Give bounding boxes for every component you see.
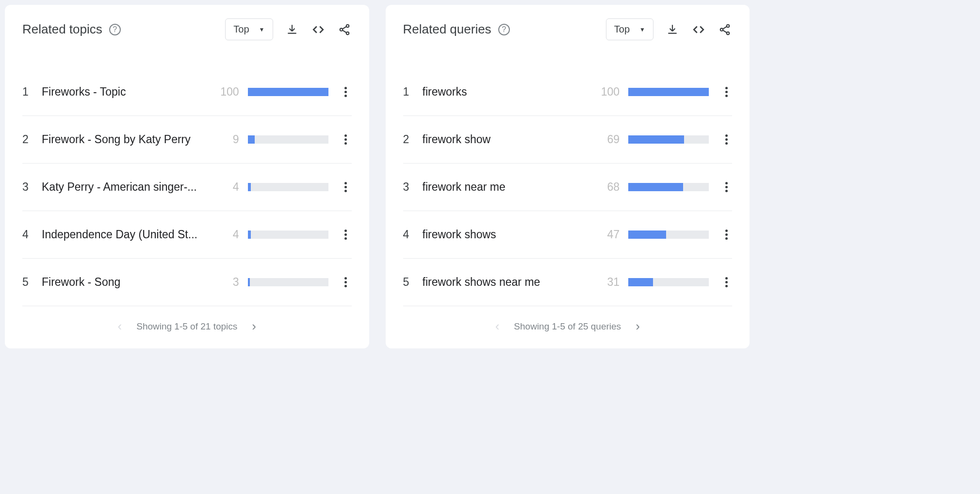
item-value: 4: [220, 228, 239, 241]
item-bar: [628, 183, 709, 191]
item-rank: 5: [22, 276, 33, 289]
download-icon[interactable]: [665, 22, 680, 37]
embed-icon[interactable]: [311, 22, 326, 37]
item-bar: [248, 278, 328, 286]
panel-header: Related topics ? Top ▼: [5, 5, 369, 49]
embed-icon[interactable]: [691, 22, 706, 37]
item-bar: [628, 88, 709, 96]
more-icon[interactable]: [340, 134, 352, 145]
item-rank: 2: [22, 133, 33, 146]
item-label: Firework - Song by Katy Perry: [42, 133, 211, 146]
item-value: 68: [600, 181, 620, 194]
panel-header: Related queries ? Top ▼: [386, 5, 750, 49]
related-topics-panel: Related topics ? Top ▼ 1 Fireworks - Top…: [5, 5, 369, 348]
item-rank: 2: [403, 133, 414, 146]
list-item[interactable]: 1 fireworks 100: [403, 68, 733, 116]
item-label: Fireworks - Topic: [42, 85, 211, 99]
pagination-text: Showing 1-5 of 21 topics: [136, 321, 237, 332]
dropdown-label: Top: [614, 24, 630, 35]
next-page-icon[interactable]: ›: [636, 319, 640, 334]
more-icon[interactable]: [720, 182, 732, 192]
more-icon[interactable]: [720, 87, 732, 97]
item-rank: 3: [403, 181, 414, 194]
item-label: firework shows near me: [423, 276, 592, 289]
help-icon[interactable]: ?: [109, 24, 121, 35]
item-bar: [628, 135, 709, 144]
list-item[interactable]: 5 firework shows near me 31: [403, 259, 733, 306]
item-rank: 1: [22, 85, 33, 99]
list-item[interactable]: 4 firework shows 47: [403, 211, 733, 259]
list-item[interactable]: 3 firework near me 68: [403, 164, 733, 211]
share-icon[interactable]: [337, 22, 352, 37]
pagination-text: Showing 1-5 of 25 queries: [514, 321, 621, 332]
prev-page-icon[interactable]: ‹: [118, 319, 122, 334]
related-queries-panel: Related queries ? Top ▼ 1 fireworks 100 …: [386, 5, 750, 348]
item-bar: [248, 183, 328, 191]
item-label: Katy Perry - American singer-...: [42, 181, 211, 194]
help-icon[interactable]: ?: [498, 24, 510, 35]
item-value: 69: [600, 133, 620, 146]
more-icon[interactable]: [720, 134, 732, 145]
sort-dropdown[interactable]: Top ▼: [606, 18, 653, 40]
share-icon[interactable]: [718, 22, 732, 37]
panel-title: Related topics: [22, 22, 102, 37]
queries-list: 1 fireworks 100 2 firework show 69 3 fir…: [386, 49, 750, 306]
chevron-down-icon: ▼: [259, 26, 265, 33]
item-label: Firework - Song: [42, 276, 211, 289]
list-item[interactable]: 4 Independence Day (United St... 4: [22, 211, 352, 259]
pagination: ‹ Showing 1-5 of 25 queries ›: [386, 306, 750, 348]
prev-page-icon[interactable]: ‹: [495, 319, 500, 334]
list-item[interactable]: 2 firework show 69: [403, 116, 733, 164]
item-value: 100: [220, 85, 239, 99]
more-icon[interactable]: [720, 230, 732, 240]
item-rank: 3: [22, 181, 33, 194]
item-value: 3: [220, 276, 239, 289]
next-page-icon[interactable]: ›: [252, 319, 256, 334]
item-value: 47: [600, 228, 620, 241]
sort-dropdown[interactable]: Top ▼: [225, 18, 273, 40]
more-icon[interactable]: [340, 230, 352, 240]
item-label: Independence Day (United St...: [42, 228, 211, 241]
item-label: fireworks: [423, 85, 592, 99]
item-bar: [248, 88, 328, 96]
chevron-down-icon: ▼: [639, 26, 645, 33]
dropdown-label: Top: [233, 24, 249, 35]
item-value: 9: [220, 133, 239, 146]
item-label: firework shows: [423, 228, 592, 241]
item-rank: 1: [403, 85, 414, 99]
item-label: firework show: [423, 133, 592, 146]
item-bar: [248, 135, 328, 144]
list-item[interactable]: 3 Katy Perry - American singer-... 4: [22, 164, 352, 211]
more-icon[interactable]: [720, 277, 732, 287]
item-bar: [248, 231, 328, 239]
more-icon[interactable]: [340, 87, 352, 97]
item-label: firework near me: [423, 181, 592, 194]
item-rank: 4: [22, 228, 33, 241]
item-rank: 4: [403, 228, 414, 241]
item-value: 31: [600, 276, 620, 289]
item-bar: [628, 278, 709, 286]
panel-title: Related queries: [403, 22, 491, 37]
item-value: 100: [600, 85, 620, 99]
item-bar: [628, 231, 709, 239]
more-icon[interactable]: [340, 277, 352, 287]
pagination: ‹ Showing 1-5 of 21 topics ›: [5, 306, 369, 348]
list-item[interactable]: 1 Fireworks - Topic 100: [22, 68, 352, 116]
topics-list: 1 Fireworks - Topic 100 2 Firework - Son…: [5, 49, 369, 306]
download-icon[interactable]: [285, 22, 299, 37]
more-icon[interactable]: [340, 182, 352, 192]
list-item[interactable]: 5 Firework - Song 3: [22, 259, 352, 306]
item-value: 4: [220, 181, 239, 194]
list-item[interactable]: 2 Firework - Song by Katy Perry 9: [22, 116, 352, 164]
item-rank: 5: [403, 276, 414, 289]
